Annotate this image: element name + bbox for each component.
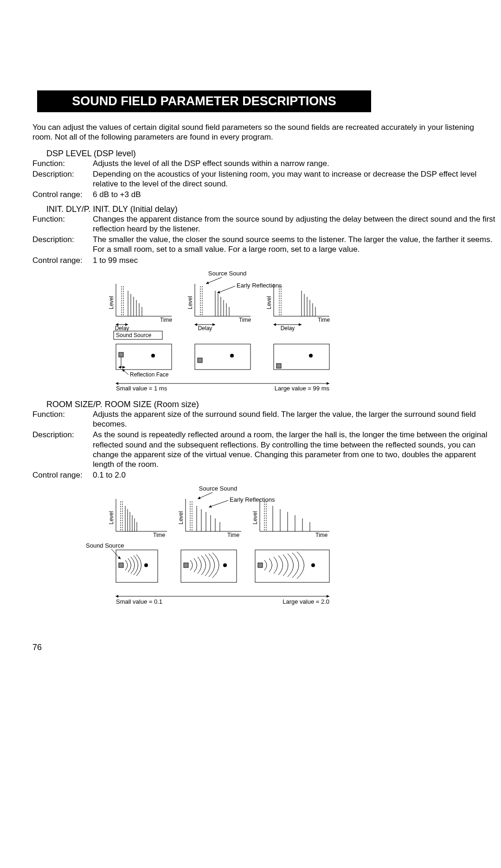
svg-text:Level: Level — [108, 296, 115, 309]
page-number: 76 — [32, 643, 496, 652]
svg-rect-52 — [198, 358, 202, 363]
page-content: SOUND FIELD PARAMETER DESCRIPTIONS You c… — [0, 0, 496, 652]
param-row: Description: As the sound is repeatedly … — [32, 430, 496, 469]
param-row: Control range: 0.1 to 2.0 — [32, 470, 496, 480]
svg-rect-107 — [181, 550, 237, 582]
svg-text:Small value = 1 ms: Small value = 1 ms — [116, 385, 167, 392]
param-row: Function: Adjusts the apparent size of t… — [32, 409, 496, 429]
svg-text:Time: Time — [153, 532, 166, 538]
page-title: SOUND FIELD PARAMETER DESCRIPTIONS — [37, 90, 371, 112]
svg-text:Large value = 2.0: Large value = 2.0 — [283, 598, 329, 605]
svg-point-56 — [309, 354, 313, 357]
svg-point-109 — [223, 563, 227, 567]
svg-text:Small value = 0.1: Small value = 0.1 — [116, 598, 162, 605]
param-value: 0.1 to 2.0 — [93, 470, 496, 480]
svg-text:Level: Level — [187, 296, 193, 309]
svg-text:Reflection Face: Reflection Face — [130, 371, 169, 378]
room-size-diagram: Source Sound Early Reflections Level Tim… — [60, 485, 496, 615]
svg-text:Large value = 99 ms: Large value = 99 ms — [275, 385, 330, 392]
param-roomsize-title: ROOM SIZE/P. ROOM SIZE (Room size) — [46, 400, 496, 409]
param-label: Function: — [32, 159, 93, 168]
svg-text:Delay: Delay — [115, 325, 129, 332]
param-row: Description: Depending on the acoustics … — [32, 169, 496, 189]
param-label: Description: — [32, 430, 93, 469]
param-value: 6 dB to +3 dB — [93, 190, 496, 199]
source-sound-label: Source Sound — [208, 270, 246, 277]
param-label: Function: — [32, 409, 93, 429]
svg-text:Time: Time — [227, 532, 240, 538]
param-label: Control range: — [32, 470, 93, 480]
svg-point-48 — [151, 354, 155, 357]
svg-line-0 — [206, 277, 222, 284]
svg-rect-55 — [276, 364, 281, 368]
svg-line-65 — [209, 500, 228, 507]
param-value: 1 to 99 msec — [93, 255, 496, 265]
svg-point-112 — [311, 563, 315, 567]
svg-rect-47 — [119, 352, 123, 357]
param-value: Adjusts the apparent size of the surroun… — [93, 409, 496, 429]
svg-text:Time: Time — [318, 317, 330, 323]
svg-text:Sound Source: Sound Source — [86, 542, 124, 549]
param-value: The smaller the value, the closer the so… — [93, 235, 496, 255]
svg-text:Time: Time — [239, 317, 251, 323]
svg-point-106 — [144, 563, 148, 567]
param-label: Control range: — [32, 255, 93, 265]
svg-text:Level: Level — [108, 511, 115, 524]
param-label: Control range: — [32, 190, 93, 199]
svg-text:Time: Time — [160, 317, 173, 323]
svg-line-58 — [122, 369, 128, 375]
svg-text:Level: Level — [178, 511, 184, 524]
param-value: Adjusts the level of all the DSP effect … — [93, 159, 496, 168]
param-label: Description: — [32, 169, 93, 189]
svg-rect-54 — [274, 344, 329, 370]
svg-rect-111 — [258, 563, 263, 568]
svg-rect-105 — [119, 563, 123, 568]
param-row: Function: Adjusts the level of all the D… — [32, 159, 496, 168]
early-reflections-label: Early Reflections — [237, 282, 282, 289]
param-dsp-title: DSP LEVEL (DSP level) — [46, 149, 496, 159]
intro-text: You can adjust the values of certain dig… — [32, 122, 496, 142]
param-row: Control range: 6 dB to +3 dB — [32, 190, 496, 199]
svg-text:Time: Time — [315, 532, 328, 538]
param-row: Control range: 1 to 99 msec — [32, 255, 496, 265]
svg-line-63 — [198, 492, 212, 499]
param-initdly-title: INIT. DLY/P. INIT. DLY (Initial delay) — [46, 204, 496, 214]
param-value: Depending on the acoustics of your liste… — [93, 169, 496, 189]
svg-text:Level: Level — [252, 511, 258, 524]
param-row: Function: Changes the apparent distance … — [32, 214, 496, 234]
svg-point-53 — [230, 354, 234, 357]
svg-text:Delay: Delay — [281, 325, 295, 332]
svg-text:Source Sound: Source Sound — [199, 485, 237, 492]
svg-text:Sound Source: Sound Source — [116, 332, 151, 338]
svg-text:Level: Level — [266, 296, 272, 309]
svg-rect-46 — [116, 344, 172, 370]
param-value: As the sound is repeatedly reflected aro… — [93, 430, 496, 469]
svg-line-1 — [217, 286, 235, 293]
svg-rect-51 — [195, 344, 250, 370]
init-delay-diagram: Source Sound Early Reflections — [97, 270, 496, 395]
svg-text:Delay: Delay — [198, 325, 212, 332]
param-label: Function: — [32, 214, 93, 234]
svg-text:Early Reflections: Early Reflections — [230, 496, 275, 503]
param-label: Description: — [32, 235, 93, 255]
svg-rect-108 — [184, 563, 188, 568]
param-value: Changes the apparent distance from the s… — [93, 214, 496, 234]
param-row: Description: The smaller the value, the … — [32, 235, 496, 255]
